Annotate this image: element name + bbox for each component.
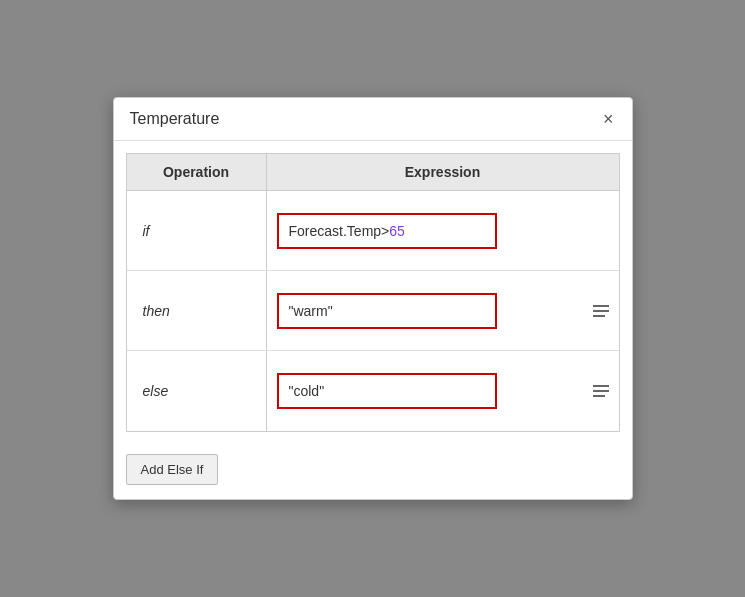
expression-column-header: Expression bbox=[267, 154, 619, 190]
then-expr-value: "warm" bbox=[289, 303, 333, 319]
operation-column-header: Operation bbox=[127, 154, 267, 190]
then-expression-wrapper: "warm" bbox=[277, 293, 609, 329]
if-expr-black-part: Forecast.Temp> bbox=[289, 223, 390, 239]
if-expr-purple-part: 65 bbox=[389, 223, 405, 239]
table-header: Operation Expression bbox=[127, 154, 619, 191]
add-else-if-button[interactable]: Add Else If bbox=[126, 454, 219, 485]
else-expression-wrapper: "cold" bbox=[277, 373, 609, 409]
conditions-table: Operation Expression if Forecast.Temp>65… bbox=[126, 153, 620, 432]
then-row: then "warm" bbox=[127, 271, 619, 351]
else-menu-icon[interactable] bbox=[593, 385, 609, 397]
else-expression-cell: "cold" bbox=[267, 361, 619, 421]
then-expression-input[interactable]: "warm" bbox=[277, 293, 497, 329]
temperature-dialog: Temperature × Operation Expression if Fo… bbox=[113, 97, 633, 500]
dialog-header: Temperature × bbox=[114, 98, 632, 141]
close-button[interactable]: × bbox=[601, 110, 616, 128]
else-row: else "cold" bbox=[127, 351, 619, 431]
then-expression-cell: "warm" bbox=[267, 281, 619, 341]
if-expression-input[interactable]: Forecast.Temp>65 bbox=[277, 213, 497, 249]
else-operation-label: else bbox=[127, 351, 267, 431]
dialog-footer: Add Else If bbox=[114, 444, 632, 499]
if-row: if Forecast.Temp>65 bbox=[127, 191, 619, 271]
if-operation-label: if bbox=[127, 191, 267, 270]
else-expression-input[interactable]: "cold" bbox=[277, 373, 497, 409]
then-menu-icon[interactable] bbox=[593, 305, 609, 317]
if-expression-cell: Forecast.Temp>65 bbox=[267, 201, 619, 261]
dialog-title: Temperature bbox=[130, 110, 220, 128]
then-operation-label: then bbox=[127, 271, 267, 350]
else-expr-value: "cold" bbox=[289, 383, 325, 399]
